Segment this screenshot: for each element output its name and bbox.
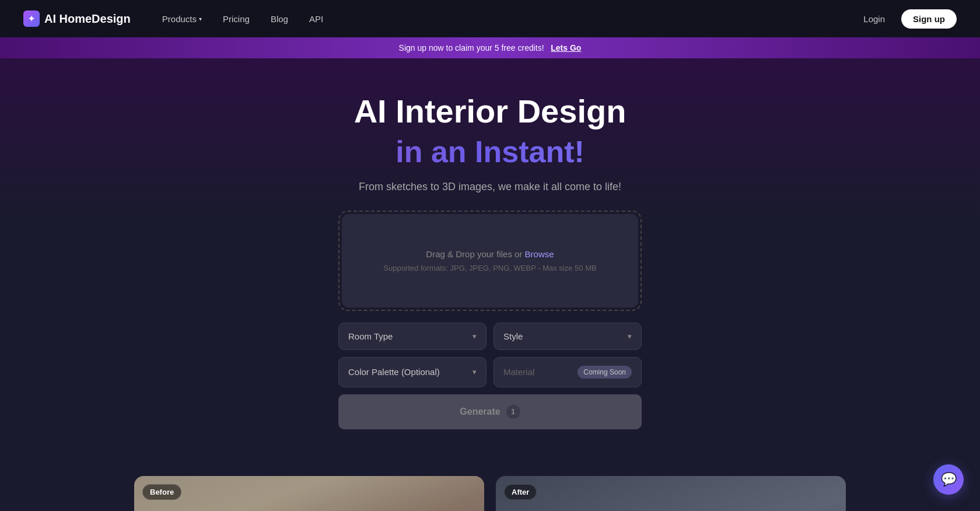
controls-row-1: Room Type ▾ Style ▾ (338, 323, 642, 350)
upload-card[interactable]: Drag & Drop your files or Browse Support… (338, 211, 642, 311)
coming-soon-badge: Coming Soon (578, 366, 632, 379)
logo[interactable]: ✦ AI HomeDesign (23, 10, 131, 27)
nav-api[interactable]: API (301, 9, 331, 29)
before-label: Before (142, 484, 181, 500)
color-palette-dropdown[interactable]: Color Palette (Optional) ▾ (338, 357, 487, 387)
nav-pricing[interactable]: Pricing (215, 9, 258, 29)
hero-heading1: AI Interior Design (12, 93, 968, 130)
style-label: Style (503, 331, 523, 341)
logo-icon: ✦ (23, 10, 40, 27)
generate-label: Generate (460, 407, 500, 417)
upload-drag-text: Drag & Drop your files or Browse (426, 249, 554, 259)
controls-container: Room Type ▾ Style ▾ Color Palette (Optio… (338, 323, 642, 429)
credit-count: 1 (511, 408, 515, 416)
room-type-dropdown[interactable]: Room Type ▾ (338, 323, 487, 350)
credit-badge: 1 (506, 405, 520, 419)
nav-products[interactable]: Products ▾ (154, 9, 210, 29)
chat-icon: 💬 (941, 472, 957, 487)
nav-links: Products ▾ Pricing Blog API (154, 9, 331, 29)
navbar-right: Login Sign up (854, 9, 957, 29)
upload-formats: Supported formats: JPG, JPEG, PNG, WEBP … (383, 264, 596, 272)
hero-section: AI Interior Design in an Instant! From s… (0, 58, 980, 453)
room-type-label: Room Type (348, 331, 393, 341)
chevron-down-icon: ▾ (473, 368, 477, 376)
browse-link[interactable]: Browse (525, 249, 554, 259)
material-field: Material Coming Soon (494, 357, 642, 387)
banner-text: Sign up now to claim your 5 free credits… (399, 43, 544, 52)
navbar: ✦ AI HomeDesign Products ▾ Pricing Blog … (0, 0, 980, 37)
controls-row-2: Color Palette (Optional) ▾ Material Comi… (338, 357, 642, 387)
before-image-card: Before (134, 476, 484, 511)
before-after-section: Before After (111, 453, 869, 511)
chevron-down-icon: ▾ (628, 332, 632, 341)
after-scene (496, 476, 846, 511)
banner-cta[interactable]: Lets Go (551, 43, 581, 52)
login-button[interactable]: Login (854, 9, 894, 29)
nav-blog[interactable]: Blog (262, 9, 296, 29)
color-palette-label: Color Palette (Optional) (348, 367, 440, 377)
chevron-down-icon: ▾ (473, 332, 477, 341)
navbar-left: ✦ AI HomeDesign Products ▾ Pricing Blog … (23, 9, 331, 29)
logo-text: AI HomeDesign (44, 12, 131, 26)
hero-subtitle: From sketches to 3D images, we make it a… (12, 181, 968, 193)
chat-bubble-button[interactable]: 💬 (933, 464, 964, 495)
signup-button[interactable]: Sign up (901, 9, 957, 29)
upload-inner: Drag & Drop your files or Browse Support… (342, 214, 638, 307)
promo-banner: Sign up now to claim your 5 free credits… (0, 37, 980, 58)
after-image-card: After (496, 476, 846, 511)
before-scene (134, 476, 484, 511)
chevron-down-icon: ▾ (199, 16, 202, 22)
style-dropdown[interactable]: Style ▾ (494, 323, 642, 350)
material-placeholder: Material (503, 367, 534, 377)
hero-heading2: in an Instant! (12, 134, 968, 169)
after-label: After (504, 484, 537, 500)
generate-button[interactable]: Generate 1 (338, 394, 642, 429)
